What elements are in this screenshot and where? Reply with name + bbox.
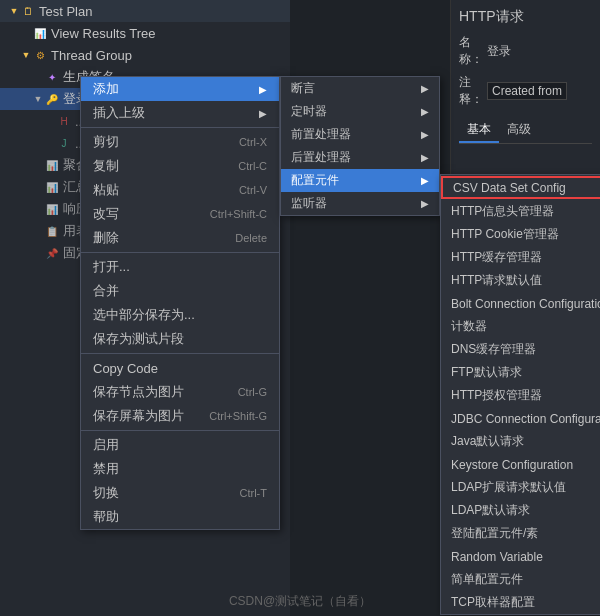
submenu-config-ldap-extended[interactable]: LDAP扩展请求默认值 (441, 476, 600, 499)
submenu-config-jdbc-label: JDBC Connection Configuration (451, 412, 600, 426)
submenu-config-http-cache[interactable]: HTTP缓存管理器 (441, 246, 600, 269)
menu-item-save-fragment-label: 保存为测试片段 (93, 330, 267, 348)
separator-3 (81, 353, 279, 354)
tree-item-testplan[interactable]: ▼ 🗒 Test Plan (0, 0, 290, 22)
tab-advanced[interactable]: 高级 (499, 118, 539, 143)
icon-genzhanming: ✦ (44, 69, 60, 85)
menu-item-add[interactable]: 添加 ▶ (81, 77, 279, 101)
tab-bar: 基本 高级 (459, 118, 592, 144)
watermark: CSDN@测试笔记（自看） (0, 593, 600, 610)
submenu-config-random-var[interactable]: Random Variable (441, 545, 600, 568)
submenu-add-config-element[interactable]: 配置元件 ▶ (281, 169, 439, 192)
menu-item-cut[interactable]: 剪切 Ctrl-X (81, 130, 279, 154)
menu-item-insert-label: 插入上级 (93, 104, 255, 122)
menu-item-insert-parent[interactable]: 插入上级 ▶ (81, 101, 279, 125)
submenu-config-http-header[interactable]: HTTP信息头管理器 (441, 200, 600, 223)
submenu-config-keystore[interactable]: Keystore Configuration (441, 453, 600, 476)
field-row-comment: 注释： (459, 74, 592, 108)
menu-item-enable[interactable]: 启用 (81, 433, 279, 457)
menu-item-open-label: 打开... (93, 258, 267, 276)
tab-basic[interactable]: 基本 (459, 118, 499, 143)
submenu-add-pre-processor[interactable]: 前置处理器 ▶ (281, 123, 439, 146)
expand-icon-denglu: ▼ (32, 93, 44, 105)
label-threadgroup: Thread Group (51, 48, 132, 63)
submenu-add-assertion-arrow: ▶ (421, 83, 429, 94)
menu-item-enable-label: 启用 (93, 436, 267, 454)
separator-2 (81, 252, 279, 253)
field-comment-label: 注释： (459, 74, 487, 108)
submenu-config-http-cookie[interactable]: HTTP Cookie管理器 (441, 223, 600, 246)
submenu-add: 断言 ▶ 定时器 ▶ 前置处理器 ▶ 后置处理器 ▶ 配置元件 ▶ 监听器 ▶ (280, 76, 440, 216)
submenu-add-listener-arrow: ▶ (421, 198, 429, 209)
submenu-add-assertion[interactable]: 断言 ▶ (281, 77, 439, 100)
menu-item-save-fragment[interactable]: 保存为测试片段 (81, 327, 279, 351)
submenu-config-http-auth[interactable]: HTTP请求默认值 (441, 269, 600, 292)
submenu-add-listener-label: 监听器 (291, 195, 327, 212)
menu-item-paste[interactable]: 粘贴 Ctrl-V (81, 178, 279, 202)
submenu-config-ldap-default-label: LDAP默认请求 (451, 502, 530, 519)
menu-item-add-label: 添加 (93, 80, 255, 98)
submenu-config-simple-label: 简单配置元件 (451, 571, 523, 588)
submenu-add-listener[interactable]: 监听器 ▶ (281, 192, 439, 215)
menu-item-toggle-shortcut: Ctrl-T (240, 487, 268, 499)
submenu-config-http-header-label: HTTP信息头管理器 (451, 203, 554, 220)
submenu-config-ldap-default[interactable]: LDAP默认请求 (441, 499, 600, 522)
submenu-add-post-label: 后置处理器 (291, 149, 351, 166)
menu-item-merge-label: 合并 (93, 282, 267, 300)
menu-item-copy-shortcut: Ctrl-C (238, 160, 267, 172)
menu-item-toggle[interactable]: 切换 Ctrl-T (81, 481, 279, 505)
submenu-config-java[interactable]: Java默认请求 (441, 430, 600, 453)
submenu-config-ldap-extended-label: LDAP扩展请求默认值 (451, 479, 566, 496)
icon-extra7: 📌 (44, 245, 60, 261)
menu-item-save-screen-img-shortcut: Ctrl+Shift-G (209, 410, 267, 422)
icon-extra3: 📊 (44, 157, 60, 173)
submenu-config-csv-label: CSV Data Set Config (453, 181, 566, 195)
field-comment-input[interactable] (487, 82, 567, 100)
submenu-config-keystore-label: Keystore Configuration (451, 458, 573, 472)
menu-item-rewrite-label: 改写 (93, 205, 202, 223)
menu-item-help-label: 帮助 (93, 508, 267, 526)
separator-4 (81, 430, 279, 431)
submenu-add-pre-label: 前置处理器 (291, 126, 351, 143)
submenu-add-post-processor[interactable]: 后置处理器 ▶ (281, 146, 439, 169)
menu-item-save-part[interactable]: 选中部分保存为... (81, 303, 279, 327)
submenu-config-ftp[interactable]: FTP默认请求 (441, 361, 600, 384)
tree-item-threadgroup[interactable]: ▼ ⚙ Thread Group (0, 44, 290, 66)
menu-item-rewrite-shortcut: Ctrl+Shift-C (210, 208, 267, 220)
menu-item-save-node-img[interactable]: 保存节点为图片 Ctrl-G (81, 380, 279, 404)
menu-item-rewrite[interactable]: 改写 Ctrl+Shift-C (81, 202, 279, 226)
menu-item-merge[interactable]: 合并 (81, 279, 279, 303)
icon-extra4: 📊 (44, 179, 60, 195)
submenu-add-timer[interactable]: 定时器 ▶ (281, 100, 439, 123)
menu-item-copy[interactable]: 复制 Ctrl-C (81, 154, 279, 178)
submenu-config-counter[interactable]: 计数器 (441, 315, 600, 338)
menu-item-open[interactable]: 打开... (81, 255, 279, 279)
menu-item-save-screen-img[interactable]: 保存屏幕为图片 Ctrl+Shift-G (81, 404, 279, 428)
submenu-config-http-cookie-label: HTTP Cookie管理器 (451, 226, 559, 243)
menu-item-cut-label: 剪切 (93, 133, 231, 151)
menu-item-help[interactable]: 帮助 (81, 505, 279, 529)
menu-item-save-node-img-label: 保存节点为图片 (93, 383, 230, 401)
submenu-config-login[interactable]: 登陆配置元件/素 (441, 522, 600, 545)
separator-1 (81, 127, 279, 128)
icon-viewresults: 📊 (32, 25, 48, 41)
submenu-config-simple[interactable]: 简单配置元件 (441, 568, 600, 591)
submenu-config-dns[interactable]: DNS缓存管理器 (441, 338, 600, 361)
submenu-add-config-arrow: ▶ (421, 175, 429, 186)
submenu-add-pre-arrow: ▶ (421, 129, 429, 140)
submenu-config-http-auth2[interactable]: HTTP授权管理器 (441, 384, 600, 407)
menu-item-copy-code-label: Copy Code (93, 361, 267, 376)
tree-item-viewresults[interactable]: 📊 View Results Tree (0, 22, 290, 44)
submenu-config-dns-label: DNS缓存管理器 (451, 341, 536, 358)
menu-item-copy-code[interactable]: Copy Code (81, 356, 279, 380)
menu-item-delete[interactable]: 删除 Delete (81, 226, 279, 250)
label-viewresults: View Results Tree (51, 26, 156, 41)
submenu-config-bolt[interactable]: Bolt Connection Configuration (441, 292, 600, 315)
submenu-config-jdbc[interactable]: JDBC Connection Configuration (441, 407, 600, 430)
submenu-config-login-label: 登陆配置元件/素 (451, 525, 538, 542)
menu-item-toggle-label: 切换 (93, 484, 232, 502)
submenu-config-csv[interactable]: CSV Data Set Config (441, 176, 600, 199)
submenu-config-ftp-label: FTP默认请求 (451, 364, 522, 381)
menu-item-disable[interactable]: 禁用 (81, 457, 279, 481)
menu-item-delete-shortcut: Delete (235, 232, 267, 244)
